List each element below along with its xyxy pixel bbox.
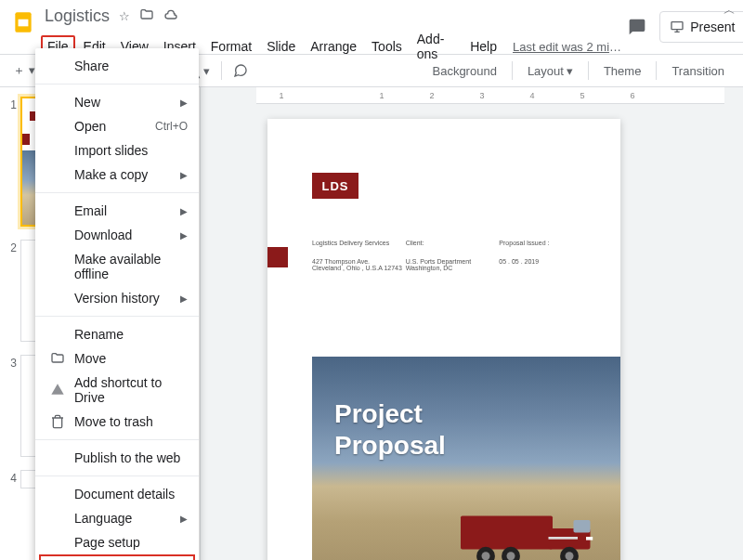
file-rename[interactable]: Rename <box>35 322 199 346</box>
menu-arrange[interactable]: Arrange <box>304 35 363 58</box>
submenu-arrow-icon: ▶ <box>180 514 188 524</box>
slide-canvas[interactable]: LDS Logistics Delivery Services Client: … <box>267 119 620 560</box>
svg-rect-17 <box>549 537 579 540</box>
file-language[interactable]: Language▶ <box>35 506 199 530</box>
submenu-arrow-icon: ▶ <box>180 170 188 180</box>
folder-icon <box>46 351 69 366</box>
svg-rect-1 <box>19 20 29 27</box>
file-make-available-offline[interactable]: Make available offline <box>35 247 199 286</box>
menu-format[interactable]: Format <box>204 35 258 58</box>
collapse-toolbar-icon[interactable]: ︿ <box>723 2 736 19</box>
file-make-a-copy[interactable]: Make a copy▶ <box>35 163 199 187</box>
svg-rect-18 <box>586 537 593 540</box>
file-email[interactable]: Email▶ <box>35 199 199 223</box>
svg-rect-8 <box>461 516 553 550</box>
cloud-status-icon[interactable] <box>163 7 178 25</box>
horizontal-ruler: 1123456 <box>256 87 724 104</box>
drive-shortcut-icon <box>46 383 69 397</box>
slide-hero-photo: Project Proposal <box>312 357 620 560</box>
company-label: Logistics Delivery Services <box>312 240 406 246</box>
background-button[interactable]: Background <box>424 60 503 82</box>
svg-point-16 <box>566 552 574 560</box>
client-name: U.S. Ports Department <box>406 258 471 265</box>
move-folder-icon[interactable] <box>139 7 154 25</box>
issued-label: Proposal Issued : <box>499 240 593 246</box>
submenu-arrow-icon: ▶ <box>180 206 188 216</box>
file-page-setup[interactable]: Page setup <box>35 530 199 554</box>
file-download[interactable]: Download▶ <box>35 223 199 247</box>
thumb-number: 2 <box>4 240 17 342</box>
side-accent <box>267 247 288 267</box>
trash-icon <box>46 414 69 429</box>
menu-help[interactable]: Help <box>463 35 503 58</box>
file-open[interactable]: OpenCtrl+O <box>35 114 199 138</box>
comments-button[interactable] <box>622 12 652 42</box>
address-line-2: Cleveland , Ohio , U.S.A 12743 <box>312 265 402 271</box>
file-add-shortcut[interactable]: Add shortcut to Drive <box>35 371 199 410</box>
file-import-slides[interactable]: Import slides <box>35 138 199 163</box>
client-label: Client: <box>406 240 500 246</box>
brand-logo: LDS <box>312 173 358 199</box>
svg-point-14 <box>507 552 515 560</box>
file-print-settings-preview[interactable]: Print settings and preview <box>39 554 195 560</box>
present-label: Present <box>690 20 735 34</box>
menu-slide[interactable]: Slide <box>260 35 302 58</box>
shortcut-label: Ctrl+O <box>155 120 188 133</box>
canvas-area: 1123456 LDS Logistics Delivery Services … <box>201 87 743 560</box>
transition-button[interactable]: Transition <box>664 60 732 82</box>
truck-illustration <box>444 490 611 560</box>
address-line-1: 427 Thompson Ave. <box>312 258 370 265</box>
slide-title: Project <box>334 399 620 429</box>
theme-button[interactable]: Theme <box>596 60 648 82</box>
comment-button[interactable] <box>228 59 254 82</box>
submenu-arrow-icon: ▶ <box>180 98 188 108</box>
menu-tools[interactable]: Tools <box>365 35 409 58</box>
file-version-history[interactable]: Version history▶ <box>35 286 199 310</box>
document-title[interactable]: Logistics <box>41 6 113 27</box>
svg-rect-10 <box>574 520 591 533</box>
client-location: Washington, DC <box>406 265 453 271</box>
file-publish-to-web[interactable]: Publish to the web <box>35 446 199 470</box>
submenu-arrow-icon: ▶ <box>180 230 188 241</box>
file-menu-dropdown: Share New▶ OpenCtrl+O Import slides Make… <box>35 48 199 560</box>
file-move-to-trash[interactable]: Move to trash <box>35 410 199 434</box>
file-new[interactable]: New▶ <box>35 90 199 114</box>
issued-date: 05 . 05 . 2019 <box>499 258 593 271</box>
thumb-number: 3 <box>4 355 17 457</box>
svg-rect-2 <box>671 22 683 30</box>
thumb-number: 1 <box>4 97 17 227</box>
submenu-arrow-icon: ▶ <box>180 293 188 304</box>
star-icon[interactable]: ☆ <box>119 9 130 23</box>
slide-subtitle: Proposal <box>334 431 620 461</box>
thumb-number: 4 <box>4 470 17 488</box>
file-share[interactable]: Share <box>35 54 199 78</box>
slides-logo[interactable] <box>11 9 35 35</box>
file-document-details[interactable]: Document details <box>35 482 199 506</box>
file-move[interactable]: Move <box>35 346 199 371</box>
layout-button[interactable]: Layout ▾ <box>520 60 580 82</box>
last-edit-link[interactable]: Last edit was 2 minutes… <box>513 40 622 54</box>
svg-point-12 <box>482 552 490 560</box>
